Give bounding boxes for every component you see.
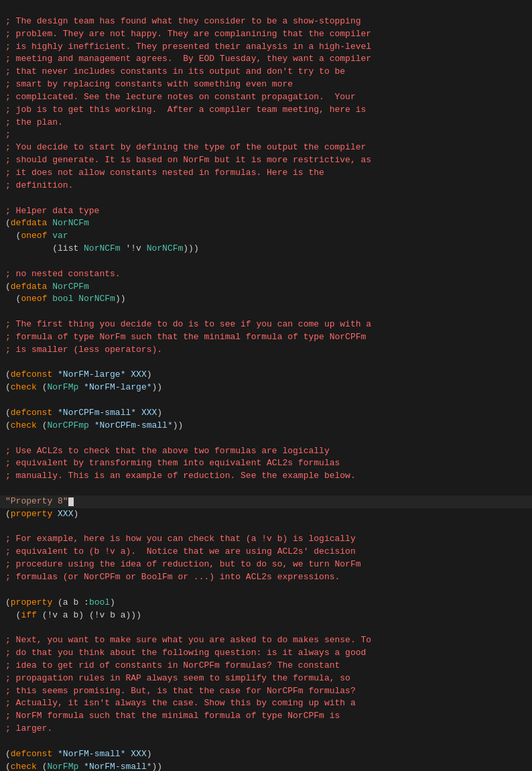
code-line: (defconst *NorFM-small* XXX) xyxy=(0,748,532,761)
code-line: ; manually. This is an example of reduct… xyxy=(0,470,532,483)
code-line xyxy=(0,483,532,495)
code-line: ; is smaller (less operators). xyxy=(0,344,532,357)
code-line: ; it does not allow constants nested in … xyxy=(0,167,532,180)
code-line: ; meeting and management agrees. By EOD … xyxy=(0,53,532,66)
code-line: ; The design team has found what they co… xyxy=(0,15,532,28)
code-line: (defconst *NorCPFm-small* XXX) xyxy=(0,407,532,420)
code-line xyxy=(0,192,532,205)
code-line: (check (NorFMp *NorFM-small*)) xyxy=(0,761,532,771)
code-line xyxy=(0,584,532,597)
code-line: ; For example, here is how you can check… xyxy=(0,533,532,546)
code-line: ; Actually, it isn't always the case. Sh… xyxy=(0,697,532,710)
code-line: ; is highly inefficient. They presented … xyxy=(0,41,532,54)
code-line: (list NorNCFm '!v NorNCFm))) xyxy=(0,243,532,255)
code-line xyxy=(0,357,532,369)
code-editor: ; The design team has found what they co… xyxy=(0,0,532,771)
code-line: ; formula of type NorFm such that the mi… xyxy=(0,331,532,344)
code-line: ; larger. xyxy=(0,723,532,735)
code-line: (property (a b :bool) xyxy=(0,597,532,609)
code-line: ; procedure using the idea of reduction,… xyxy=(0,558,532,571)
code-line: ; xyxy=(0,129,532,141)
code-line: (check (NorFMp *NorFM-large*)) xyxy=(0,381,532,394)
code-line: ; this seems promising. But, is that the… xyxy=(0,685,532,698)
code-line: (check (NorCPFmp *NorCPFm-small*)) xyxy=(0,420,532,432)
code-line: ; do that you think about the following … xyxy=(0,647,532,660)
code-line: ; formulas (or NorCPFm or BoolFm or ...)… xyxy=(0,571,532,584)
code-line xyxy=(0,735,532,748)
code-line: (property XXX) xyxy=(0,508,532,521)
code-line: (defdata NorNCFm xyxy=(0,217,532,230)
code-line: ; Helper data type xyxy=(0,205,532,218)
code-line: ; equivalent by transforming them into e… xyxy=(0,457,532,470)
code-line: ; complicated. See the lecture notes on … xyxy=(0,91,532,104)
code-line: ; idea to get rid of constants in NorCPF… xyxy=(0,660,532,672)
code-line: ; no nested constants. xyxy=(0,268,532,281)
code-line: ; the plan. xyxy=(0,117,532,129)
code-line: (oneof var xyxy=(0,230,532,243)
code-line: "Property 8" xyxy=(0,495,532,508)
code-line: ; The first thing you decide to do is to… xyxy=(0,318,532,331)
code-line xyxy=(0,394,532,407)
code-line: ; Next, you want to make sure what you a… xyxy=(0,634,532,647)
code-line xyxy=(0,621,532,634)
code-line: ; equivalent to (b !v a). Notice that we… xyxy=(0,546,532,558)
code-line: ; should generate. It is based on NorFm … xyxy=(0,154,532,167)
code-line: ; propagation rules in RAP always seem t… xyxy=(0,672,532,685)
code-line: ; Use ACL2s to check that the above two … xyxy=(0,445,532,458)
code-line: ; definition. xyxy=(0,180,532,192)
code-line: ; problem. They are not happy. They are … xyxy=(0,28,532,41)
code-line: ; that never includes constants in its o… xyxy=(0,66,532,78)
code-line: (iff (!v a b) (!v b a))) xyxy=(0,609,532,622)
code-line xyxy=(0,306,532,318)
code-line xyxy=(0,521,532,534)
code-line: (oneof bool NorNCFm)) xyxy=(0,293,532,306)
cursor xyxy=(68,497,74,506)
code-line: (defconst *NorFM-large* XXX) xyxy=(0,369,532,381)
code-line xyxy=(0,432,532,445)
code-line: (defdata NorCPFm xyxy=(0,281,532,294)
code-line: ; smart by replacing constants with some… xyxy=(0,78,532,91)
code-line: ; NorFM formula such that the minimal fo… xyxy=(0,710,532,723)
code-line: ; You decide to start by defining the ty… xyxy=(0,141,532,154)
code-line: ; job is to get this working. After a co… xyxy=(0,104,532,117)
code-line xyxy=(0,255,532,268)
